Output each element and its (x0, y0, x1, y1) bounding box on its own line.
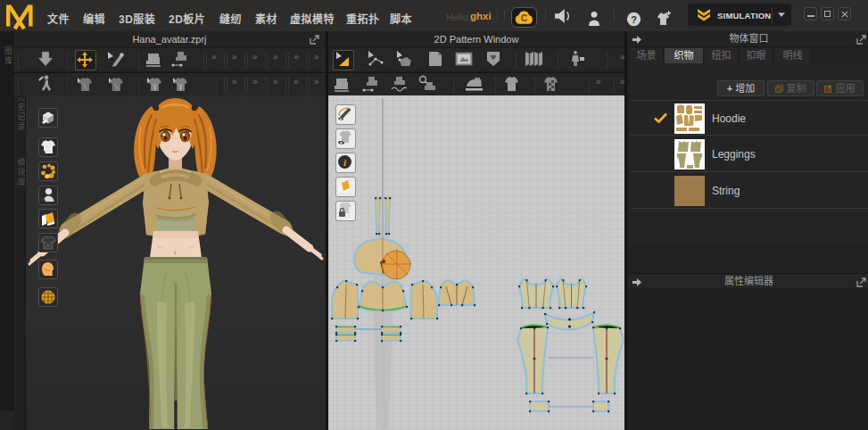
svg-text:C: C (521, 13, 527, 23)
svg-text:?: ? (631, 14, 637, 25)
